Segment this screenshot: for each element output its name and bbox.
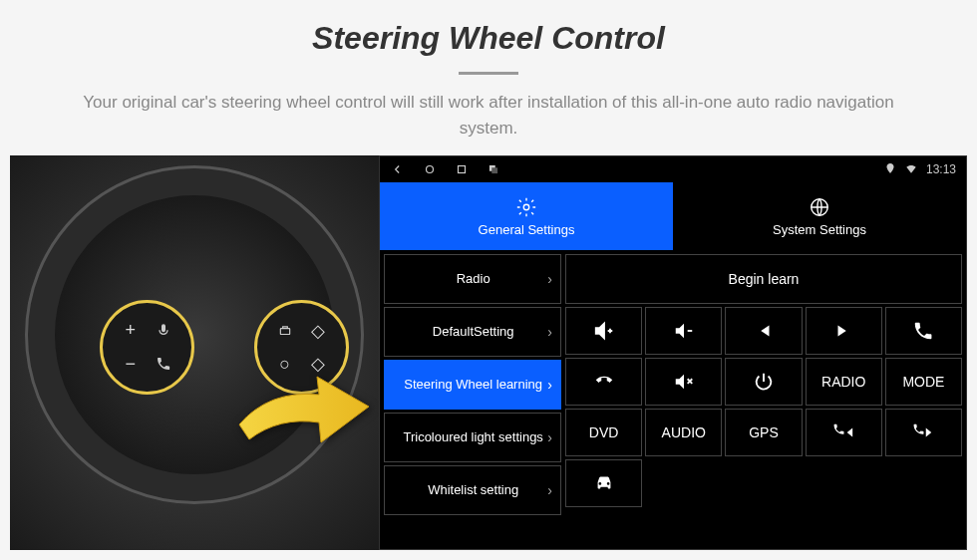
sidebar-item-label: Radio (399, 271, 547, 287)
recent-icon[interactable] (454, 161, 470, 177)
radio-button[interactable]: RADIO (806, 358, 882, 406)
wifi-icon (904, 161, 918, 178)
phone-icon (149, 349, 180, 381)
gear-icon (515, 196, 537, 218)
next-track-button[interactable] (806, 307, 882, 355)
steering-wheel-illustration: + − ◇ ○ ◇ (10, 155, 379, 550)
page-title: Steering Wheel Control (40, 20, 937, 57)
sidebar-item-label: Tricoloured light settings (399, 429, 547, 445)
mute-button[interactable] (645, 358, 722, 406)
wheel-button-cluster-left: + − (100, 300, 194, 395)
sidebar-item-whitelist[interactable]: Whitelist setting › (384, 465, 561, 515)
back-icon[interactable] (390, 161, 406, 177)
mode-button[interactable]: MODE (885, 358, 962, 406)
dvd-button[interactable]: DVD (565, 409, 642, 456)
diamond-up-icon: ◇ (303, 315, 335, 347)
screenshot-icon[interactable] (486, 161, 501, 177)
title-divider (459, 72, 518, 75)
volume-up-button[interactable] (565, 307, 642, 355)
tab-general-settings[interactable]: General Settings (380, 182, 673, 250)
tab-system-settings[interactable]: System Settings (673, 182, 966, 250)
chevron-right-icon: › (547, 377, 552, 393)
sidebar-item-default-setting[interactable]: DefaultSetting › (384, 307, 561, 357)
call-next-button[interactable] (885, 409, 962, 456)
power-button[interactable] (725, 358, 802, 406)
home-icon[interactable] (422, 161, 438, 177)
tab-label: System Settings (773, 222, 866, 237)
sidebar-item-tricoloured-light[interactable]: Tricoloured light settings › (384, 413, 561, 462)
begin-learn-button[interactable]: Begin learn (565, 254, 962, 304)
status-bar: 13:13 (380, 156, 966, 182)
svg-point-5 (523, 204, 529, 210)
sidebar-item-label: Whitelist setting (399, 482, 547, 498)
previous-track-button[interactable] (725, 307, 802, 355)
chevron-right-icon: › (547, 271, 552, 287)
chevron-right-icon: › (547, 429, 552, 445)
device-screen: 13:13 General Settings System Settings (379, 155, 967, 550)
phone-hangup-button[interactable] (565, 358, 642, 406)
gps-button[interactable]: GPS (725, 409, 802, 456)
minus-icon: − (115, 349, 147, 381)
chevron-right-icon: › (547, 324, 552, 340)
svg-rect-2 (459, 166, 466, 173)
system-icon (809, 196, 830, 218)
voice-icon (149, 315, 180, 347)
volume-down-button[interactable] (645, 307, 722, 355)
sidebar-item-steering-wheel-learning[interactable]: Steering Wheel learning › (384, 360, 561, 410)
svg-rect-0 (280, 328, 289, 334)
svg-point-1 (427, 166, 434, 173)
chevron-right-icon: › (547, 482, 552, 498)
phone-answer-button[interactable] (885, 307, 962, 355)
audio-button[interactable]: AUDIO (645, 409, 722, 456)
sidebar-item-label: DefaultSetting (399, 324, 547, 340)
source-icon (269, 315, 301, 347)
plus-icon: + (115, 315, 147, 347)
settings-sidebar: Radio › DefaultSetting › Steering Wheel … (384, 254, 561, 545)
sidebar-item-radio[interactable]: Radio › (384, 254, 561, 304)
call-previous-button[interactable] (806, 409, 882, 456)
car-button[interactable] (565, 459, 642, 507)
sidebar-item-label: Steering Wheel learning (399, 377, 547, 393)
location-icon (884, 162, 896, 177)
clock-time: 13:13 (926, 162, 956, 176)
page-subtitle: Your original car's steering wheel contr… (80, 90, 897, 140)
tab-label: General Settings (479, 222, 575, 237)
svg-rect-4 (491, 167, 497, 173)
arrow-indicator-icon (229, 365, 379, 444)
